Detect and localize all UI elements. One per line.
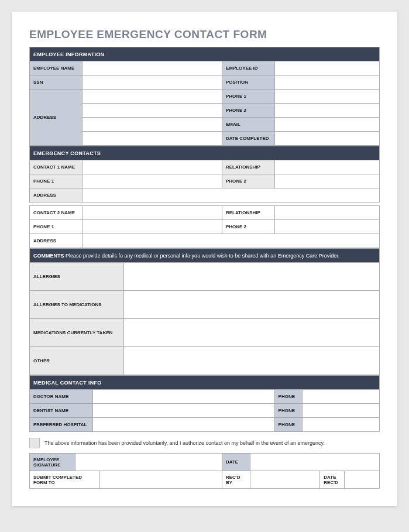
input-address-1[interactable] (82, 90, 222, 104)
label-employee-id: EMPLOYEE ID (222, 61, 274, 75)
input-address-4[interactable] (82, 132, 222, 146)
input-dentist-phone[interactable] (303, 404, 380, 418)
input-contact1-phone1[interactable] (82, 174, 222, 188)
comments-header-bold: COMMENTS (33, 253, 64, 259)
label-dentist: DENTIST NAME (30, 404, 93, 418)
input-allergies[interactable] (124, 263, 380, 291)
input-employee-name[interactable] (82, 61, 222, 75)
input-ssn[interactable] (82, 75, 222, 90)
label-allergies-meds: ALLERGIES TO MEDICATIONS (30, 291, 124, 319)
input-contact2-relationship[interactable] (274, 206, 379, 220)
form-page: EMPLOYEE EMERGENCY CONTACT FORM EMPLOYEE… (12, 12, 397, 506)
label-employee-name: EMPLOYEE NAME (30, 61, 83, 75)
input-contact1-relationship[interactable] (274, 160, 379, 174)
label-contact1-address: ADDRESS (30, 188, 83, 202)
input-email[interactable] (274, 118, 379, 132)
employee-info-header: EMPLOYEE INFORMATION (30, 47, 380, 61)
comments-header: COMMENTS Please provide details fo any m… (30, 249, 380, 263)
input-sig-date[interactable] (250, 454, 379, 471)
label-sig-date: DATE (222, 454, 250, 471)
comments-table: COMMENTS Please provide details fo any m… (29, 248, 380, 375)
input-other[interactable] (124, 347, 380, 375)
label-allergies: ALLERGIES (30, 263, 124, 291)
label-contact2-phone1: PHONE 1 (30, 220, 83, 234)
input-position[interactable] (274, 75, 379, 90)
label-contact2-phone2: PHONE 2 (222, 220, 274, 234)
input-contact1-phone2[interactable] (274, 174, 379, 188)
medical-contact-header: MEDICAL CONTACT INFO (30, 376, 380, 390)
input-recd-by[interactable] (250, 471, 320, 489)
comments-header-text: Please provide details fo any medical or… (64, 253, 340, 259)
employee-info-table: EMPLOYEE INFORMATION EMPLOYEE NAME EMPLO… (29, 47, 380, 146)
label-contact1-phone2: PHONE 2 (222, 174, 274, 188)
form-title: EMPLOYEE EMERGENCY CONTACT FORM (29, 28, 380, 41)
label-contact2-relationship: RELATIONSHIP (222, 206, 274, 220)
label-phone2: PHONE 2 (222, 104, 274, 118)
label-contact1-relationship: RELATIONSHIP (222, 160, 274, 174)
input-contact1-address[interactable] (82, 188, 379, 202)
input-date-recd[interactable] (345, 471, 380, 489)
input-meds-current[interactable] (124, 319, 380, 347)
label-recd-by: REC'D BY (222, 471, 250, 489)
label-other: OTHER (30, 347, 124, 375)
input-contact1-name[interactable] (82, 160, 222, 174)
input-doctor[interactable] (92, 390, 274, 404)
signature-table: EMPLOYEE SIGNATURE DATE SUBMIT COMPLETED… (29, 453, 380, 489)
input-dentist[interactable] (92, 404, 274, 418)
input-contact2-name[interactable] (82, 206, 222, 220)
input-employee-signature[interactable] (75, 454, 222, 471)
label-contact2-name: CONTACT 2 NAME (30, 206, 83, 220)
label-date-completed: DATE COMPLETED (222, 132, 274, 146)
label-ssn: SSN (30, 75, 83, 90)
input-submit-to[interactable] (99, 471, 222, 489)
emergency-contacts-table: EMERGENCY CONTACTS CONTACT 1 NAME RELATI… (29, 146, 380, 248)
label-employee-signature: EMPLOYEE SIGNATURE (30, 454, 75, 471)
label-contact2-address: ADDRESS (30, 234, 83, 248)
authorization-checkbox[interactable] (29, 438, 40, 448)
input-hospital-phone[interactable] (303, 418, 380, 432)
input-allergies-meds[interactable] (124, 291, 380, 319)
label-email: EMAIL (222, 118, 274, 132)
input-date-completed[interactable] (274, 132, 379, 146)
label-hospital: PREFERRED HOSPITAL (30, 418, 93, 432)
emergency-contacts-header: EMERGENCY CONTACTS (30, 146, 380, 160)
label-hospital-phone: PHONE (274, 418, 303, 432)
label-position: POSITION (222, 75, 274, 90)
input-contact2-address[interactable] (82, 234, 379, 248)
label-date-recd: DATE REC'D (320, 471, 345, 489)
input-address-2[interactable] (82, 104, 222, 118)
label-meds-current: MEDICATIONS CURRENTLY TAKEN (30, 319, 124, 347)
label-submit-to: SUBMIT COMPLETED FORM TO (30, 471, 100, 489)
input-contact2-phone2[interactable] (274, 220, 379, 234)
label-contact1-phone1: PHONE 1 (30, 174, 83, 188)
input-phone1[interactable] (274, 90, 379, 104)
input-hospital[interactable] (92, 418, 274, 432)
input-contact2-phone1[interactable] (82, 220, 222, 234)
label-dentist-phone: PHONE (274, 404, 303, 418)
label-doctor-phone: PHONE (274, 390, 303, 404)
label-contact1-name: CONTACT 1 NAME (30, 160, 83, 174)
authorization-row: The above information has been provided … (29, 438, 380, 448)
input-doctor-phone[interactable] (303, 390, 380, 404)
input-phone2[interactable] (274, 104, 379, 118)
label-doctor: DOCTOR NAME (30, 390, 93, 404)
authorization-text: The above information has been provided … (44, 440, 325, 446)
label-phone1: PHONE 1 (222, 90, 274, 104)
medical-contact-table: MEDICAL CONTACT INFO DOCTOR NAME PHONE D… (29, 375, 380, 432)
input-address-3[interactable] (82, 118, 222, 132)
label-address: ADDRESS (30, 90, 83, 146)
input-employee-id[interactable] (274, 61, 379, 75)
